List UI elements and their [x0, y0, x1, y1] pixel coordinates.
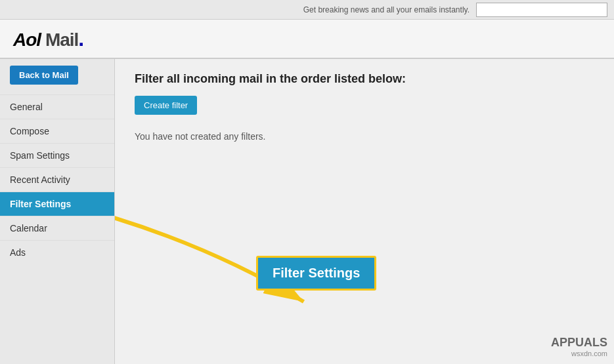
sidebar-item-recent-activity[interactable]: Recent Activity — [0, 167, 114, 192]
create-filter-button[interactable]: Create filter — [135, 96, 197, 115]
aol-logo: Aol Mail. — [13, 27, 83, 51]
sidebar-item-ads[interactable]: Ads — [0, 240, 114, 264]
sidebar-item-general[interactable]: General — [0, 94, 114, 119]
sidebar-item-ads-label: Ads — [10, 247, 26, 258]
watermark: APPUALS wsxdn.com — [551, 336, 607, 357]
sidebar: Back to Mail General Compose Spam Settin… — [0, 59, 115, 364]
logo-dot: . — [78, 27, 83, 51]
promo-text: Get breaking news and all your emails in… — [303, 5, 470, 14]
sidebar-item-spam-label: Spam Settings — [10, 150, 70, 161]
callout-label: Filter Settings — [273, 266, 360, 280]
sidebar-item-calendar-label: Calendar — [10, 223, 47, 233]
sidebar-item-general-label: General — [10, 102, 43, 112]
content-area: Filter all incoming mail in the order li… — [115, 59, 614, 364]
header: Aol Mail. — [0, 20, 614, 59]
sidebar-item-calendar[interactable]: Calendar — [0, 216, 114, 240]
page-title: Filter all incoming mail in the order li… — [135, 72, 594, 86]
no-filters-message: You have not created any filters. — [135, 131, 594, 142]
filter-settings-callout: Filter Settings — [256, 256, 376, 291]
sidebar-item-filter-settings[interactable]: Filter Settings — [0, 192, 114, 216]
aol-text: Aol — [13, 30, 41, 50]
main-layout: Back to Mail General Compose Spam Settin… — [0, 59, 614, 364]
top-search-input[interactable] — [476, 3, 607, 17]
sidebar-item-recent-label: Recent Activity — [10, 174, 70, 185]
sidebar-item-compose-label: Compose — [10, 126, 49, 136]
sidebar-item-spam-settings[interactable]: Spam Settings — [0, 143, 114, 167]
top-bar: Get breaking news and all your emails in… — [0, 0, 614, 20]
sidebar-item-compose[interactable]: Compose — [0, 119, 114, 143]
back-to-mail-button[interactable]: Back to Mail — [10, 66, 78, 85]
watermark-site: wsxdn.com — [551, 350, 607, 357]
watermark-logo: APPUALS — [551, 336, 607, 350]
sidebar-item-filter-label: Filter Settings — [10, 199, 71, 209]
mail-text: Mail — [45, 30, 78, 50]
